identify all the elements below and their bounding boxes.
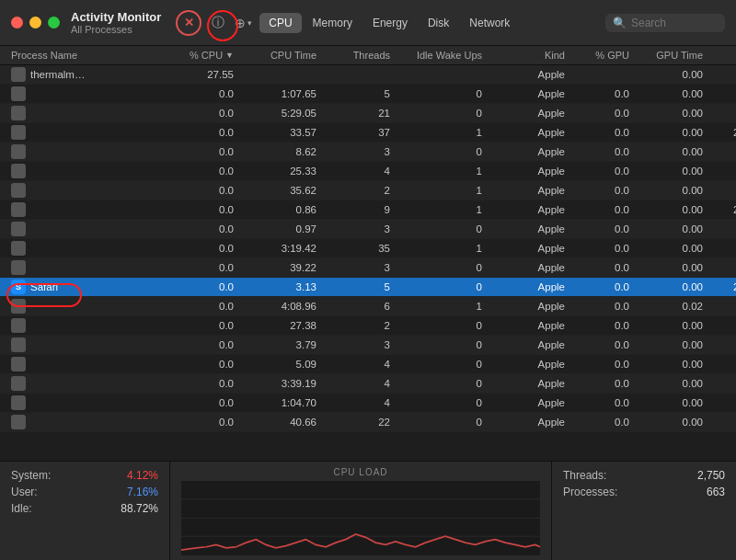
process-icon bbox=[11, 415, 26, 429]
process-icon bbox=[11, 222, 26, 236]
process-icon bbox=[11, 395, 26, 410]
tab-energy[interactable]: Energy bbox=[363, 13, 417, 33]
table-row[interactable]: 0.040.66220Apple0.00.001481 bbox=[0, 413, 736, 432]
table-row[interactable]: 0.03:19.42351Apple0.00.009068 bbox=[0, 239, 736, 258]
col-cputime[interactable]: CPU Time bbox=[237, 50, 320, 61]
table-row[interactable]: 0.025.3341Apple0.00.00990 bbox=[0, 162, 736, 181]
table-row[interactable]: 0.035.6221Apple0.00.001118 bbox=[0, 181, 736, 200]
table-row[interactable]: 0.04:08.9661Apple0.00.021166 bbox=[0, 297, 736, 316]
table-row[interactable]: 0.01:04.7040Apple0.00.001001 bbox=[0, 394, 736, 413]
info-button[interactable]: ⓘ bbox=[205, 10, 231, 36]
process-icon bbox=[11, 183, 26, 198]
idle-stat-row: Idle: 88.72% bbox=[11, 502, 158, 515]
system-stat-row: System: 4.12% bbox=[11, 469, 158, 482]
process-icon: S bbox=[11, 280, 26, 294]
process-icon bbox=[11, 318, 26, 333]
process-icon bbox=[11, 299, 26, 314]
app-title: Activity Monitor bbox=[71, 10, 161, 24]
nav-tabs: CPU Memory Energy Disk Network bbox=[259, 13, 519, 33]
close-button[interactable] bbox=[11, 17, 23, 29]
toolbar-icons: ✕ ⓘ ⊕ ▾ bbox=[176, 10, 252, 36]
action-icon: ⊕ bbox=[235, 16, 246, 30]
processes-value: 663 bbox=[707, 486, 725, 498]
col-gpu[interactable]: % GPU bbox=[569, 50, 633, 61]
chevron-down-icon: ▾ bbox=[247, 18, 252, 28]
tab-cpu[interactable]: CPU bbox=[259, 13, 301, 33]
table-row[interactable]: 0.01:07.6550Apple0.00.001714 bbox=[0, 85, 736, 104]
stats-left-panel: System: 4.12% User: 7.16% Idle: 88.72% bbox=[0, 462, 170, 560]
col-process-name[interactable]: Process Name bbox=[7, 50, 173, 61]
table-row[interactable]: SSafari0.03.1350Apple0.00.0025624 bbox=[0, 278, 736, 297]
stop-icon: ✕ bbox=[184, 16, 194, 29]
tab-network[interactable]: Network bbox=[460, 13, 519, 33]
window-controls bbox=[11, 17, 60, 29]
process-icon bbox=[11, 337, 26, 352]
table-row[interactable]: 0.05:29.05210Apple0.00.001329 bbox=[0, 104, 736, 123]
system-value: 4.12% bbox=[127, 469, 158, 482]
search-icon: 🔍 bbox=[613, 17, 627, 29]
bottom-bar: System: 4.12% User: 7.16% Idle: 88.72% C… bbox=[0, 461, 736, 560]
user-value: 7.16% bbox=[127, 486, 158, 498]
table-row[interactable]: 0.03.7930Apple0.00.001313 bbox=[0, 336, 736, 355]
threads-label: Threads: bbox=[563, 469, 606, 482]
table-header: Process Name % CPU ▼ CPU Time Threads Id… bbox=[0, 46, 736, 65]
processes-label: Processes: bbox=[563, 486, 617, 498]
process-icon bbox=[11, 86, 26, 101]
table-row[interactable]: 0.039.2230Apple0.00.00981 bbox=[0, 258, 736, 278]
system-label: System: bbox=[11, 469, 51, 482]
col-cpu[interactable]: % CPU ▼ bbox=[173, 50, 237, 61]
user-label: User: bbox=[11, 486, 38, 498]
process-icon bbox=[11, 202, 26, 217]
process-icon bbox=[11, 144, 26, 159]
search-input[interactable] bbox=[631, 17, 719, 29]
sort-arrow-icon: ▼ bbox=[225, 51, 234, 60]
col-threads[interactable]: Threads bbox=[320, 50, 394, 61]
process-icon bbox=[11, 260, 26, 275]
process-icon bbox=[11, 376, 26, 391]
process-icon bbox=[11, 357, 26, 371]
titlebar: Activity Monitor All Processes ✕ ⓘ ⊕ ▾ C… bbox=[0, 0, 736, 46]
minimize-button[interactable] bbox=[29, 17, 41, 29]
user-stat-row: User: 7.16% bbox=[11, 486, 158, 498]
col-kind[interactable]: Kind bbox=[486, 50, 569, 61]
process-icon bbox=[11, 164, 26, 178]
table-row[interactable]: 0.033.57371Apple0.00.0022330 bbox=[0, 123, 736, 143]
table-row[interactable]: 0.05.0940Apple0.00.00583 bbox=[0, 355, 736, 374]
tab-memory[interactable]: Memory bbox=[304, 13, 362, 33]
process-icon bbox=[11, 106, 26, 120]
maximize-button[interactable] bbox=[48, 17, 60, 29]
table-row[interactable]: thermalm…27.55Apple0.00340 bbox=[0, 65, 736, 85]
process-icon bbox=[11, 125, 26, 140]
cpu-load-chart bbox=[181, 481, 540, 555]
col-idlewakeups[interactable]: Idle Wake Ups bbox=[394, 50, 486, 61]
table-row[interactable]: 0.00.9730Apple0.00.00682 bbox=[0, 220, 736, 239]
idle-label: Idle: bbox=[11, 502, 32, 515]
app-title-block: Activity Monitor All Processes bbox=[71, 10, 161, 35]
threads-stat-row: Threads: 2,750 bbox=[563, 469, 725, 482]
cpu-load-panel: CPU LOAD bbox=[170, 462, 552, 560]
table-row[interactable]: 0.03:39.1940Apple0.00.00982 bbox=[0, 374, 736, 394]
idle-value: 88.72% bbox=[121, 502, 158, 515]
cpu-load-title: CPU LOAD bbox=[333, 467, 387, 477]
info-icon: ⓘ bbox=[212, 15, 224, 31]
col-gputime[interactable]: GPU Time bbox=[633, 50, 707, 61]
table-body: thermalm…27.55Apple0.003400.01:07.6550Ap… bbox=[0, 65, 736, 461]
process-icon bbox=[11, 67, 26, 82]
threads-value: 2,750 bbox=[697, 469, 725, 482]
table-row[interactable]: 0.00.8691Apple0.00.0025066 bbox=[0, 200, 736, 220]
search-box[interactable]: 🔍 bbox=[605, 14, 725, 32]
table-row[interactable]: 0.027.3820Apple0.00.001103 bbox=[0, 316, 736, 336]
stop-button[interactable]: ✕ bbox=[176, 10, 201, 36]
processes-stat-row: Processes: 663 bbox=[563, 486, 725, 498]
table-row[interactable]: 0.08.6230Apple0.00.001108 bbox=[0, 143, 736, 162]
app-subtitle: All Processes bbox=[71, 24, 161, 35]
stats-right-panel: Threads: 2,750 Processes: 663 bbox=[552, 462, 736, 560]
process-icon bbox=[11, 241, 26, 256]
action-button[interactable]: ⊕ ▾ bbox=[235, 16, 252, 30]
tab-disk[interactable]: Disk bbox=[419, 13, 458, 33]
col-pid[interactable]: PID bbox=[707, 50, 736, 61]
